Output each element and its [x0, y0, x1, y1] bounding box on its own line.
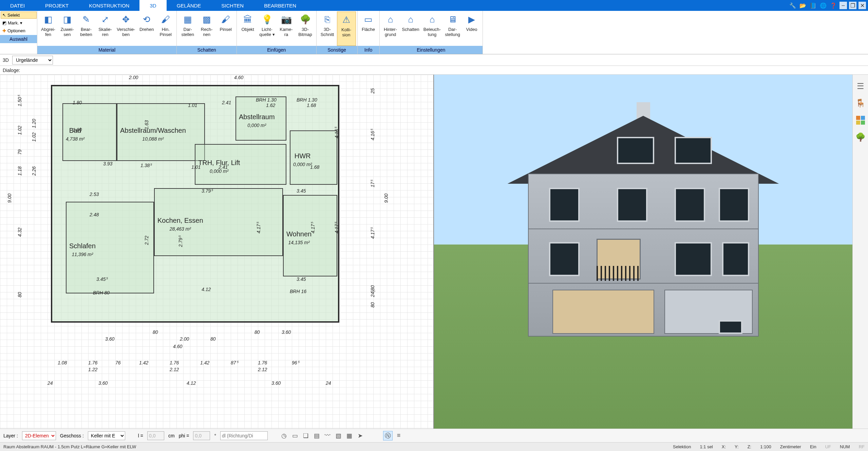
dimension: 1.42 — [200, 360, 209, 365]
dimension: 1.76 — [170, 360, 179, 365]
optionen-button[interactable]: ✚Optionen — [1, 27, 37, 34]
darstellung-icon: 🖥 — [446, 12, 460, 26]
chair-icon[interactable]: 🪑 — [855, 98, 866, 109]
house-model — [491, 102, 796, 374]
dimension: 1.76 — [88, 360, 97, 365]
ribbon-pinsel[interactable]: 🖌Pinsel — [216, 12, 235, 46]
ribbon-lichtquelle[interactable]: 💡Licht- quelle ▾ — [257, 12, 277, 46]
clock-icon[interactable]: ◷ — [279, 431, 289, 440]
dimension: 1.02 — [31, 132, 37, 142]
bars-icon[interactable]: ≡ — [394, 431, 403, 440]
dimension: 2.26 — [31, 166, 37, 176]
dimension: 4.60 — [234, 75, 243, 80]
circle-n-icon[interactable]: Ⓝ — [383, 431, 393, 440]
status-ein: Ein — [810, 444, 816, 449]
group-caption-einfügen: Einfügen — [237, 46, 316, 54]
l-input[interactable] — [147, 431, 164, 440]
layer-label: Layer : — [3, 433, 18, 438]
status-scale: 1:100 — [760, 444, 771, 449]
layers-icon[interactable]: ☰ — [855, 81, 866, 92]
group-caption-material: Material — [37, 46, 176, 54]
layer-select[interactable]: 2D-Elemen — [22, 431, 56, 440]
maximize-button[interactable]: ❐ — [849, 2, 856, 9]
hintergrund-label: Hinter- grund — [384, 27, 397, 37]
globe-icon[interactable]: 🌐 — [819, 1, 827, 10]
dimension: 3.60 — [282, 329, 291, 335]
selekt-button[interactable]: ↖Selekt — [1, 12, 37, 19]
mark-button[interactable]: ◩Mark. ▾ — [1, 19, 37, 26]
terrain-select[interactable]: Urgelände — [12, 56, 53, 65]
folder-icon[interactable]: 📂 — [799, 1, 807, 10]
ribbon-kollision[interactable]: ⚠Kolli- sion — [337, 12, 356, 46]
stack-icon[interactable]: ❏ — [301, 431, 310, 440]
facade — [528, 174, 759, 337]
hatch-icon[interactable]: ▧ — [334, 431, 343, 440]
ribbon-flaeche[interactable]: ▭Fläche — [359, 12, 378, 46]
palette-icon[interactable] — [855, 115, 866, 126]
menu-bearbeiten[interactable]: BEARBEITEN — [254, 0, 306, 11]
ribbon-3d-schnitt[interactable]: ⎘3D- Schnitt — [318, 12, 337, 46]
rect-icon[interactable]: ▭ — [290, 431, 300, 440]
geschoss-select[interactable]: Keller mit E — [88, 431, 125, 440]
schatten-e-icon: ⌂ — [403, 12, 418, 26]
l-label: l = — [138, 433, 143, 438]
view-mode-label: 3D — [3, 57, 9, 63]
dimension: 1.76 — [258, 360, 267, 365]
menu-3d[interactable]: 3D — [139, 0, 166, 11]
kollision-label: Kolli- sion — [341, 28, 351, 38]
send-icon[interactable]: ➤ — [355, 431, 365, 440]
ribbon-video[interactable]: ▶Video — [462, 12, 481, 46]
status-z: Z: — [748, 444, 752, 449]
menu-gelände[interactable]: GELÄNDE — [167, 0, 211, 11]
verschieben-label: Verschie- ben — [117, 27, 135, 37]
ribbon-rechnen[interactable]: ▩Rech- nen — [197, 12, 216, 46]
dimension: 1.42 — [139, 360, 148, 365]
ribbon-bearbeiten[interactable]: ✎Bear- beiten — [77, 12, 96, 46]
ribbon-darstellen[interactable]: ▦Dar- stellen — [178, 12, 197, 46]
status-x: X: — [722, 444, 726, 449]
layer3-icon[interactable]: ▤ — [312, 431, 321, 440]
status-sel-count: 1:1 sel — [700, 444, 713, 449]
grid-icon[interactable]: ▦ — [344, 431, 354, 440]
status-y: Y: — [735, 444, 739, 449]
menu-projekt[interactable]: PROJEKT — [35, 0, 79, 11]
zuweisen-label: Zuwei- sen — [60, 27, 74, 37]
dimension: 80 — [370, 302, 375, 308]
ribbon-drehen[interactable]: ⟲Drehen — [137, 12, 156, 46]
ribbon-hintergrund[interactable]: ⌂Hinter- grund — [381, 12, 400, 46]
tree-icon[interactable]: 🌳 — [855, 132, 866, 143]
ribbon-skalieren[interactable]: ⤢Skalie- ren — [96, 12, 115, 46]
close-button[interactable]: ✕ — [858, 2, 866, 9]
help-icon[interactable]: ❓ — [829, 1, 837, 10]
menu-sichten[interactable]: SICHTEN — [211, 0, 254, 11]
ribbon-kamera[interactable]: 📷Kame- ra — [277, 12, 296, 46]
menu-konstruktion[interactable]: KONSTRUKTION — [79, 0, 139, 11]
floorplan-pane[interactable]: Bad4,738 m²Abstellraum/Waschen10,088 m²A… — [0, 75, 434, 429]
ribbon-schatten-e[interactable]: ⌂Schatten — [400, 12, 421, 46]
dl-input[interactable] — [220, 431, 268, 440]
dimension: 3.60 — [98, 380, 108, 386]
ribbon-verschieben[interactable]: ✥Verschie- ben — [115, 12, 137, 46]
ribbon-beleuchtung[interactable]: ⌂Beleuch- tung — [421, 12, 443, 46]
ribbon-abgreifen[interactable]: ◧Abgrei- fen — [39, 12, 58, 46]
minimize-button[interactable]: – — [839, 2, 847, 9]
book-icon[interactable]: 📘 — [809, 1, 817, 10]
wrench-icon[interactable]: 🔧 — [789, 1, 797, 10]
dimension: 1.20 — [31, 119, 37, 128]
phi-input[interactable] — [193, 431, 210, 440]
3d-schnitt-label: 3D- Schnitt — [321, 27, 334, 37]
rechnen-label: Rech- nen — [201, 27, 213, 37]
ribbon-3d-bitmap[interactable]: 🌳3D- Bitmap — [296, 12, 315, 46]
ribbon-darstellung[interactable]: 🖥Dar- stellung — [443, 12, 462, 46]
lichtquelle-label: Licht- quelle ▾ — [259, 27, 275, 37]
ribbon-hin-pinsel[interactable]: 🖌Hin. Pinsel — [156, 12, 175, 46]
ribbon-zuweisen[interactable]: ◨Zuwei- sen — [58, 12, 77, 46]
menu-datei[interactable]: DATEI — [0, 0, 35, 11]
dimension: 87⁵ — [231, 360, 238, 365]
video-icon: ▶ — [465, 12, 479, 26]
kamera-label: Kame- ra — [280, 27, 293, 37]
wave-icon[interactable]: 〰 — [323, 431, 332, 440]
status-unit: Zentimeter — [780, 444, 801, 449]
3d-view-pane[interactable] — [434, 75, 852, 429]
ribbon-objekt[interactable]: 🏛Objekt — [238, 12, 257, 46]
